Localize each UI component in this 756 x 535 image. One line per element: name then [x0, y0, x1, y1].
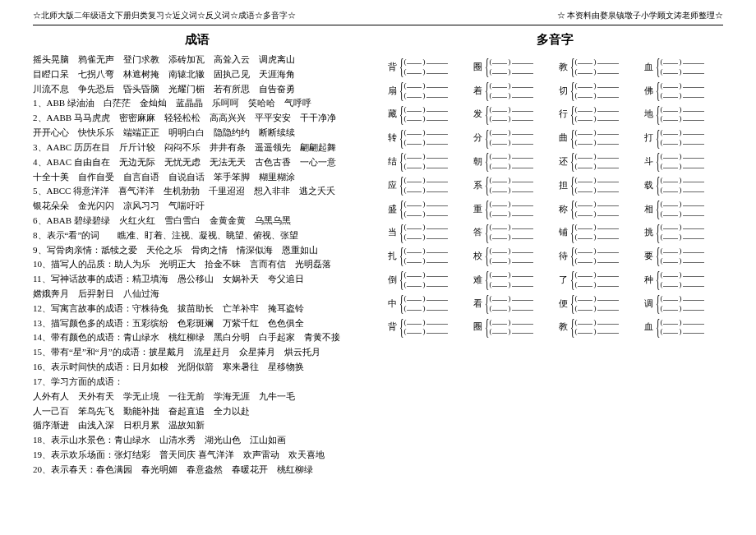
polyphone-hanzi: 待: [557, 250, 569, 262]
polyphone-cell: 结{()(): [386, 152, 467, 171]
polyphone-cell: 圈{()(): [472, 58, 552, 76]
polyphone-cell: 朝{()(): [472, 152, 552, 171]
bracket-icon: {: [399, 294, 403, 312]
reading-slots: ()(): [489, 318, 533, 337]
reading-slots: ()(): [403, 176, 448, 195]
reading-slots: ()(): [660, 105, 704, 124]
polyphone-hanzi: 曲: [557, 131, 569, 144]
polyphone-row: 藏{()()发{()()行{()()地{()(): [386, 105, 723, 124]
bracket-icon: {: [399, 81, 403, 99]
reading-slots: ()(): [489, 81, 533, 100]
polyphone-cell: 校{()(): [472, 247, 552, 265]
polyphone-cell: 中{()(): [386, 294, 467, 313]
polyphone-hanzi: 相: [643, 203, 654, 215]
polyphone-row: 背{()()圈{()()教{()()血{()(): [386, 58, 723, 76]
idioms-title: 成语: [33, 25, 362, 53]
idiom-line: 15、带有“星”和“月”的成语：披星戴月 流星赶月 众星捧月 烘云托月: [33, 345, 362, 360]
polyphone-cell: 系{()(): [472, 176, 552, 195]
idiom-line: 开开心心 快快乐乐 端端正正 明明白白 隐隐约约 断断续续: [33, 126, 362, 141]
polyphone-cell: 种{()(): [643, 270, 723, 289]
reading-slots: ()(): [660, 247, 704, 265]
reading-slots: ()(): [574, 128, 619, 147]
bracket-icon: {: [485, 294, 489, 312]
idiom-line: 5、ABCC 得意洋洋 喜气洋洋 生机勃勃 千里迢迢 想入非非 逃之夭夭: [33, 184, 362, 199]
idiom-line: 19、表示欢乐场面：张灯结彩 普天同庆 喜气洋洋 欢声雷动 欢天喜地: [33, 448, 362, 463]
bracket-icon: {: [485, 81, 489, 99]
idiom-line: 17、学习方面的成语：: [33, 375, 362, 390]
polyphone-hanzi: 答: [472, 226, 483, 238]
idiom-line: 16、表示时间快的成语：日月如梭 光阴似箭 寒来暑往 星移物换: [33, 360, 362, 375]
bracket-icon: {: [399, 152, 403, 170]
idiom-line: 8、表示“看”的词 瞧准、盯着、注视、凝视、眺望、俯视、张望: [33, 228, 362, 243]
bracket-icon: {: [656, 152, 660, 170]
polyphone-hanzi: 中: [386, 297, 398, 310]
bracket-icon: {: [485, 200, 489, 218]
reading-slots: ()(): [403, 128, 448, 147]
polyphone-cell: 了{()(): [557, 270, 638, 289]
reading-slots: ()(): [574, 318, 619, 337]
idiom-line: 人外有人 天外有天 学无止境 一往无前 学海无涯 九牛一毛: [33, 390, 362, 404]
reading-slots: ()(): [403, 270, 448, 289]
bracket-icon: {: [570, 129, 574, 147]
polyphone-hanzi: 盛: [386, 203, 398, 215]
reading-slots: ()(): [574, 81, 619, 100]
idiom-line: 川流不息 争先恐后 昏头昏脑 光耀门楣 若有所思 自告奋勇: [33, 82, 362, 97]
polyphone-hanzi: 铺: [557, 226, 569, 238]
polyphone-row: 盛{()()重{()()称{()()相{()(): [386, 200, 723, 219]
polyphone-hanzi: 系: [472, 179, 483, 191]
polyphone-hanzi: 校: [472, 250, 483, 262]
polyphone-hanzi: 重: [472, 203, 483, 215]
polyphone-cell: 教{()(): [557, 58, 638, 76]
polyphone-hanzi: 教: [557, 61, 569, 73]
idiom-line: 20、表示春天：春色满园 春光明媚 春意盎然 春暖花开 桃红柳绿: [33, 463, 362, 477]
polyphone-cell: 铺{()(): [557, 223, 638, 242]
polyphone-hanzi: 应: [386, 179, 398, 191]
polyphone-row: 扇{()()着{()()切{()()佛{()(): [386, 81, 723, 100]
idioms-column: 成语 摇头晃脑 鸦雀无声 登门求教 添砖加瓦 高耸入云 调虎离山目瞪口呆 七拐八…: [33, 25, 378, 477]
polyphone-row: 扎{()()校{()()待{()()要{()(): [386, 247, 723, 265]
polyphone-cell: 看{()(): [472, 294, 552, 313]
polyphone-hanzi: 打: [643, 131, 654, 144]
polyphone-cell: 称{()(): [557, 200, 638, 219]
polyphone-cell: 相{()(): [643, 200, 723, 219]
polyphone-hanzi: 挑: [643, 226, 654, 238]
polyphone-row: 中{()()看{()()便{()()调{()(): [386, 294, 723, 313]
idiom-line: 循序渐进 由浅入深 日积月累 温故知新: [33, 418, 362, 433]
bracket-icon: {: [485, 152, 489, 170]
reading-slots: ()(): [403, 200, 448, 219]
bracket-icon: {: [570, 318, 574, 336]
polyphone-cell: 答{()(): [472, 223, 552, 242]
bracket-icon: {: [656, 58, 660, 76]
bracket-icon: {: [656, 105, 660, 123]
reading-slots: ()(): [660, 128, 704, 147]
idiom-line: 2、AABB 马马虎虎 密密麻麻 轻轻松松 高高兴兴 平平安安 干干净净: [33, 111, 362, 126]
polyphone-hanzi: 转: [386, 131, 398, 144]
reading-slots: ()(): [403, 318, 448, 337]
reading-slots: ()(): [403, 247, 448, 265]
bracket-icon: {: [656, 270, 660, 288]
polyphone-hanzi: 藏: [386, 108, 398, 120]
polyphone-row: 应{()()系{()()担{()()载{()(): [386, 176, 723, 195]
idiom-line: 10、描写人的品质：助人为乐 光明正大 拾金不昧 言而有信 光明磊落: [33, 257, 362, 272]
polyphone-cell: 载{()(): [643, 176, 723, 195]
polyphone-column: 多音字 背{()()圈{()()教{()()血{()()扇{()()着{()()…: [378, 25, 723, 477]
polyphone-cell: 切{()(): [557, 81, 638, 100]
idiom-line: 目瞪口呆 七拐八弯 林遮树掩 南辕北辙 固执己见 天涯海角: [33, 67, 362, 82]
polyphone-cell: 分{()(): [472, 128, 552, 147]
polyphone-cell: 行{()(): [557, 105, 638, 124]
bracket-icon: {: [399, 200, 403, 218]
polyphone-cell: 背{()(): [386, 318, 467, 337]
reading-slots: ()(): [403, 152, 448, 171]
polyphone-cell: 发{()(): [472, 105, 552, 124]
reading-slots: ()(): [660, 270, 704, 289]
polyphone-hanzi: 地: [643, 108, 654, 120]
idiom-line: 18、表示山水景色：青山绿水 山清水秀 湖光山色 江山如画: [33, 433, 362, 448]
polyphone-hanzi: 当: [386, 226, 398, 238]
polyphone-cell: 背{()(): [386, 58, 467, 76]
polyphone-cell: 要{()(): [643, 247, 723, 265]
bracket-icon: {: [399, 58, 403, 76]
reading-slots: ()(): [574, 270, 619, 289]
idiom-line: 人一己百 笨鸟先飞 勤能补拙 奋起直追 全力以赴: [33, 404, 362, 419]
polyphone-cell: 圈{()(): [472, 318, 552, 337]
polyphone-hanzi: 着: [472, 85, 483, 97]
